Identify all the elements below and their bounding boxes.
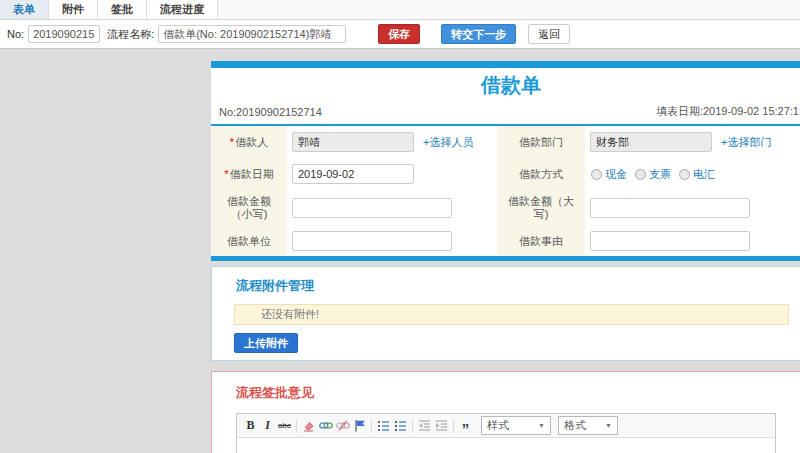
loan-date-input[interactable] <box>292 164 414 184</box>
cheque-option-label[interactable]: 支票 <box>649 167 671 182</box>
back-button[interactable]: 返回 <box>528 24 570 44</box>
form-title: 借款单 <box>211 68 800 102</box>
form-fill-date: 填表日期:2019-09-02 15:27:1 <box>656 104 799 119</box>
loan-method-radio-group: 现金 支票 电汇 <box>590 167 715 182</box>
editor-content-area[interactable] <box>237 438 775 453</box>
bullet-list-icon[interactable] <box>392 417 409 434</box>
select-person-link[interactable]: +选择人员 <box>423 135 473 150</box>
chevron-down-icon: ▼ <box>605 422 612 429</box>
toolbar-separator <box>412 419 413 433</box>
loan-form-grid: *借款人 +选择人员 借款部门 +选择部门 *借款日期 借款方式 现金 <box>211 126 800 256</box>
style-dropdown[interactable]: 样式 ▼ <box>481 416 551 435</box>
remove-format-icon[interactable] <box>300 417 317 434</box>
process-no-input[interactable] <box>28 25 100 43</box>
loan-reason-label: 借款事由 <box>497 226 585 256</box>
attachments-panel: 流程附件管理 还没有附件! 上传附件 <box>211 266 800 361</box>
loan-method-label: 借款方式 <box>497 158 585 190</box>
italic-icon[interactable]: I <box>259 417 276 434</box>
process-toolbar: No: 流程名称: 保存 转交下一步 返回 <box>0 20 800 49</box>
loan-unit-input[interactable] <box>292 231 452 251</box>
loan-form-panel: 借款单 No:20190902152714 填表日期:2019-09-02 15… <box>211 61 800 261</box>
editor-toolbar: B I abc <box>237 414 775 438</box>
amount-lowercase-input[interactable] <box>292 198 452 218</box>
form-doc-no: No:20190902152714 <box>219 106 322 118</box>
tab-attachments[interactable]: 附件 <box>49 0 98 19</box>
indent-icon[interactable] <box>433 417 450 434</box>
loan-date-label: *借款日期 <box>211 158 287 190</box>
amount-lowercase-label: 借款金额（小写) <box>211 190 287 226</box>
wire-transfer-radio[interactable] <box>679 169 690 180</box>
format-dropdown[interactable]: 格式 ▼ <box>558 416 618 435</box>
cash-option-label[interactable]: 现金 <box>605 167 627 182</box>
attachments-section-title: 流程附件管理 <box>236 277 800 295</box>
no-label: No: <box>7 28 24 40</box>
borrower-label: *借款人 <box>211 126 287 158</box>
select-department-link[interactable]: +选择部门 <box>721 135 771 150</box>
department-input[interactable] <box>590 132 712 152</box>
form-meta-row: No:20190902152714 填表日期:2019-09-02 15:27:… <box>211 102 800 121</box>
rich-text-editor: B I abc <box>236 413 776 453</box>
unlink-icon[interactable] <box>334 417 351 434</box>
forward-next-step-button[interactable]: 转交下一步 <box>441 24 516 44</box>
tab-process-progress[interactable]: 流程进度 <box>147 0 218 19</box>
no-attachments-message: 还没有附件! <box>234 304 789 325</box>
ordered-list-icon[interactable] <box>375 417 392 434</box>
tab-bar: 表单 附件 签批 流程进度 <box>0 0 800 20</box>
approval-section-title: 流程签批意见 <box>236 384 800 402</box>
process-name-label: 流程名称: <box>107 27 154 42</box>
approval-comments-panel: 流程签批意见 B I abc <box>211 371 800 453</box>
panel-top-accent-bar <box>211 61 800 68</box>
upload-attachment-button[interactable]: 上传附件 <box>234 333 298 353</box>
department-label: 借款部门 <box>497 126 585 158</box>
tab-form[interactable]: 表单 <box>0 0 49 19</box>
panel-bottom-accent-bar <box>211 256 800 261</box>
chevron-down-icon: ▼ <box>538 422 545 429</box>
outdent-icon[interactable] <box>416 417 433 434</box>
anchor-flag-icon[interactable] <box>351 417 368 434</box>
amount-uppercase-label: 借款金额（大写) <box>497 190 585 226</box>
toolbar-separator <box>453 419 454 433</box>
blockquote-icon[interactable]: ” <box>457 414 474 437</box>
save-button[interactable]: 保存 <box>378 24 420 44</box>
cheque-radio[interactable] <box>635 169 646 180</box>
bold-icon[interactable]: B <box>242 417 259 434</box>
process-name-input[interactable] <box>158 25 346 43</box>
wire-transfer-option-label[interactable]: 电汇 <box>693 167 715 182</box>
cash-radio[interactable] <box>591 169 602 180</box>
toolbar-separator <box>371 419 372 433</box>
loan-reason-input[interactable] <box>590 231 750 251</box>
link-icon[interactable] <box>317 417 334 434</box>
strikethrough-icon[interactable]: abc <box>276 417 293 434</box>
toolbar-separator <box>296 419 297 433</box>
amount-uppercase-input[interactable] <box>590 198 750 218</box>
borrower-input[interactable] <box>292 132 414 152</box>
loan-unit-label: 借款单位 <box>211 226 287 256</box>
tab-approval[interactable]: 签批 <box>98 0 147 19</box>
